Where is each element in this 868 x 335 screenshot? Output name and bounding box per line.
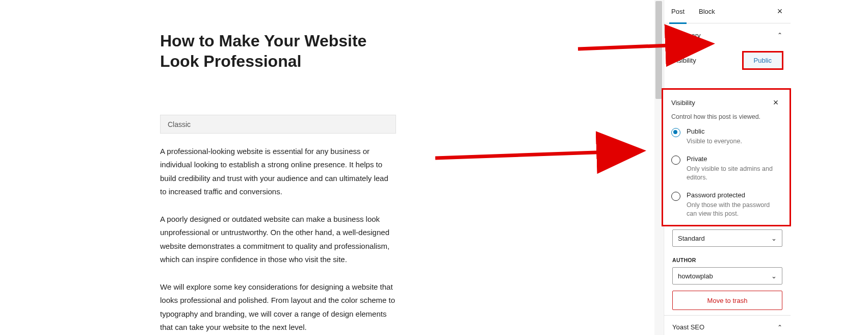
visibility-popover-desc: Control how this post is viewed. bbox=[671, 113, 781, 120]
visibility-option-password[interactable]: Password protected Only those with the p… bbox=[671, 191, 781, 218]
author-select[interactable]: howtowplab ⌄ bbox=[672, 267, 782, 285]
annotation-highlight-visibility-button: Public bbox=[742, 51, 783, 70]
visibility-row: Visibility Public bbox=[664, 47, 791, 74]
summary-heading: Summary bbox=[672, 32, 701, 39]
chevron-up-icon: ⌃ bbox=[777, 324, 782, 331]
radio-unselected-icon[interactable] bbox=[671, 156, 680, 165]
radio-unselected-icon[interactable] bbox=[671, 192, 680, 201]
post-title[interactable]: How to Make Your Website Look Profession… bbox=[160, 31, 405, 71]
visibility-option-private[interactable]: Private Only visible to site admins and … bbox=[671, 155, 781, 182]
visibility-popover-title: Visibility bbox=[671, 99, 695, 107]
chevron-down-icon: ⌄ bbox=[771, 235, 777, 242]
post-format-value: Standard bbox=[678, 235, 705, 242]
visibility-button[interactable]: Public bbox=[744, 53, 782, 68]
sidebar-tabs: Post Block × bbox=[664, 0, 791, 23]
paragraph[interactable]: We will explore some key considerations … bbox=[160, 280, 396, 334]
paragraph[interactable]: A professional-looking website is essent… bbox=[160, 145, 396, 198]
visibility-label: Visibility bbox=[672, 57, 696, 64]
scrollbar-thumb[interactable] bbox=[655, 1, 662, 99]
option-title: Password protected bbox=[687, 191, 781, 199]
classic-block-label: Classic bbox=[168, 120, 191, 128]
tab-post[interactable]: Post bbox=[664, 0, 692, 23]
paragraph[interactable]: A poorly designed or outdated website ca… bbox=[160, 213, 396, 266]
yoast-panel-toggle[interactable]: Yoast SEO ⌃ bbox=[664, 315, 791, 335]
editor-canvas: How to Make Your Website Look Profession… bbox=[0, 0, 652, 335]
summary-panel-toggle[interactable]: Summary ⌃ bbox=[664, 23, 791, 47]
close-sidebar-button[interactable]: × bbox=[774, 6, 785, 17]
radio-selected-icon[interactable] bbox=[671, 128, 680, 137]
option-desc: Visible to everyone. bbox=[687, 137, 742, 146]
option-title: Private bbox=[687, 155, 781, 163]
chevron-down-icon: ⌄ bbox=[771, 272, 777, 280]
close-popover-button[interactable]: × bbox=[770, 97, 781, 108]
visibility-option-public[interactable]: Public Visible to everyone. bbox=[671, 127, 781, 146]
post-content[interactable]: A professional-looking website is essent… bbox=[160, 145, 396, 334]
settings-sidebar: Post Block × Summary ⌃ Visibility Public… bbox=[664, 0, 791, 335]
author-value: howtowplab bbox=[678, 272, 713, 280]
chevron-up-icon: ⌃ bbox=[777, 32, 782, 39]
classic-block-placeholder[interactable]: Classic bbox=[160, 115, 396, 134]
option-title: Public bbox=[687, 127, 742, 135]
yoast-heading: Yoast SEO bbox=[672, 323, 704, 331]
option-desc: Only those with the password can view th… bbox=[687, 201, 781, 218]
post-format-select[interactable]: Standard ⌄ bbox=[672, 229, 782, 247]
option-desc: Only visible to site admins and editors. bbox=[687, 165, 781, 182]
author-label: AUTHOR bbox=[664, 253, 791, 264]
move-to-trash-button[interactable]: Move to trash bbox=[672, 291, 782, 310]
tab-block[interactable]: Block bbox=[692, 0, 722, 23]
visibility-popover: Visibility × Control how this post is vi… bbox=[662, 88, 791, 226]
